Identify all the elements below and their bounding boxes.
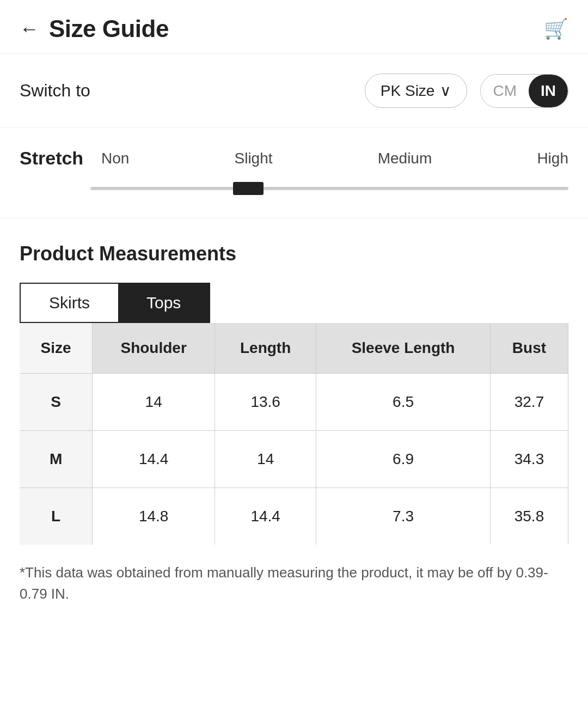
table-row: L 14.8 14.4 7.3 35.8 <box>20 488 568 545</box>
cell-length-l: 14.4 <box>215 488 316 545</box>
col-header-size: Size <box>20 323 93 374</box>
cell-size-l: L <box>20 488 93 545</box>
stretch-header: Stretch Non Slight Medium High <box>20 148 568 169</box>
table-row: M 14.4 14 6.9 34.3 <box>20 431 568 488</box>
cell-sleeve-m: 6.9 <box>316 431 491 488</box>
unit-cm-button[interactable]: CM <box>481 75 529 107</box>
tabs: Skirts Tops <box>20 283 210 323</box>
cell-bust-l: 35.8 <box>490 488 568 545</box>
tab-tops[interactable]: Tops <box>118 284 209 322</box>
unit-in-button[interactable]: IN <box>529 75 568 107</box>
cell-size-m: M <box>20 431 93 488</box>
stretch-track <box>90 187 568 190</box>
page-title: Size Guide <box>49 15 169 42</box>
stretch-section: Stretch Non Slight Medium High <box>0 128 588 218</box>
size-table: Size Shoulder Length Sleeve Length Bust … <box>20 323 568 545</box>
col-header-length: Length <box>215 323 316 374</box>
size-selector-button[interactable]: PK Size ∨ <box>365 74 468 108</box>
measurements-section: Product Measurements Skirts Tops Size Sh… <box>0 218 588 545</box>
stretch-label-slight: Slight <box>235 150 273 167</box>
stretch-label-medium: Medium <box>378 150 432 167</box>
unit-toggle: CM IN <box>480 74 568 108</box>
stretch-labels: Non Slight Medium High <box>90 150 568 167</box>
stretch-slider[interactable] <box>90 181 568 196</box>
size-selector-label: PK Size <box>381 82 435 100</box>
cell-shoulder-m: 14.4 <box>93 431 215 488</box>
stretch-thumb <box>233 182 264 195</box>
header: ← Size Guide 🛒 <box>0 0 588 54</box>
switch-to-label: Switch to <box>20 81 352 101</box>
col-header-bust: Bust <box>490 323 568 374</box>
cell-sleeve-s: 6.5 <box>316 374 491 431</box>
header-left: ← Size Guide <box>20 15 169 42</box>
cell-size-s: S <box>20 374 93 431</box>
stretch-label-non: Non <box>101 150 129 167</box>
cell-shoulder-s: 14 <box>93 374 215 431</box>
cell-length-m: 14 <box>215 431 316 488</box>
cell-sleeve-l: 7.3 <box>316 488 491 545</box>
stretch-title: Stretch <box>20 148 90 169</box>
footnote: *This data was obtained from manually me… <box>0 545 588 626</box>
cell-length-s: 13.6 <box>215 374 316 431</box>
chevron-down-icon: ∨ <box>440 82 451 100</box>
cart-icon[interactable]: 🛒 <box>544 17 568 40</box>
table-header-row: Size Shoulder Length Sleeve Length Bust <box>20 323 568 374</box>
col-header-sleeve-length: Sleeve Length <box>316 323 491 374</box>
cell-shoulder-l: 14.8 <box>93 488 215 545</box>
back-button[interactable]: ← <box>20 19 39 39</box>
stretch-label-high: High <box>537 150 568 167</box>
col-header-shoulder: Shoulder <box>93 323 215 374</box>
cell-bust-m: 34.3 <box>490 431 568 488</box>
tab-skirts[interactable]: Skirts <box>21 284 118 322</box>
switch-row: Switch to PK Size ∨ CM IN <box>0 54 588 128</box>
table-row: S 14 13.6 6.5 32.7 <box>20 374 568 431</box>
cell-bust-s: 32.7 <box>490 374 568 431</box>
measurements-title: Product Measurements <box>20 242 568 265</box>
